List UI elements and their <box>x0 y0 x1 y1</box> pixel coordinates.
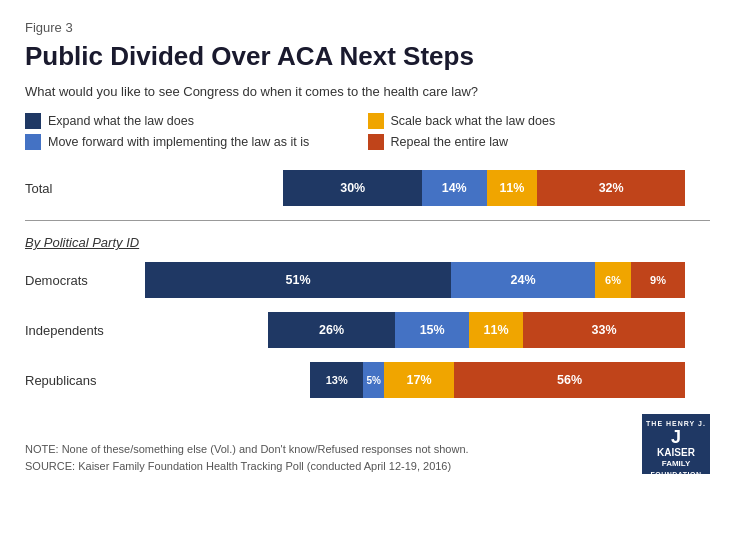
democrats-label: Democrats <box>25 273 145 288</box>
total-bar-scale-back: 11% <box>487 170 538 206</box>
legend-swatch-repeal <box>368 134 384 150</box>
total-label: Total <box>25 181 145 196</box>
logo-box: THE HENRY J. J KAISER FAMILY FOUNDATION <box>642 414 710 474</box>
legend-label-move-forward: Move forward with implementing the law a… <box>48 135 309 149</box>
democrats-row: Democrats 51% 24% 6% 9% <box>25 262 710 298</box>
legend-label-scale-back: Scale back what the law does <box>391 114 556 128</box>
footer-note: NOTE: None of these/something else (Vol.… <box>25 441 642 458</box>
independents-row: Independents 26% 15% 11% 33% <box>25 312 710 348</box>
footer-text: NOTE: None of these/something else (Vol.… <box>25 441 642 474</box>
logo-line2: KAISER <box>646 446 706 459</box>
chart-title: Public Divided Over ACA Next Steps <box>25 41 710 72</box>
total-row: Total 30% 14% 11% 32% <box>25 170 710 206</box>
logo-line3: FAMILY <box>646 459 706 469</box>
democrats-bar-move-forward: 24% <box>451 262 595 298</box>
legend: Expand what the law does Move forward wi… <box>25 113 710 150</box>
party-section-title: By Political Party ID <box>25 235 710 250</box>
republicans-bar-move-forward: 5% <box>363 362 384 398</box>
total-bar-repeal: 32% <box>537 170 685 206</box>
legend-swatch-scale-back <box>368 113 384 129</box>
democrats-bar-scale-back: 6% <box>595 262 631 298</box>
logo-j: J <box>646 428 706 446</box>
independents-bar-expand: 26% <box>268 312 396 348</box>
footer: NOTE: None of these/something else (Vol.… <box>25 414 710 474</box>
democrats-bar-expand: 51% <box>145 262 451 298</box>
legend-label-repeal: Repeal the entire law <box>391 135 508 149</box>
total-bar-move-forward: 14% <box>422 170 487 206</box>
legend-item-repeal: Repeal the entire law <box>368 134 711 150</box>
total-bar-expand: 30% <box>283 170 421 206</box>
democrats-bar-repeal: 9% <box>631 262 685 298</box>
total-bar-container: 30% 14% 11% 32% <box>145 170 685 206</box>
legend-swatch-expand <box>25 113 41 129</box>
republicans-bar-repeal: 56% <box>454 362 685 398</box>
logo-line4: FOUNDATION <box>646 470 706 479</box>
republicans-bar-expand: 13% <box>310 362 364 398</box>
independents-bar-move-forward: 15% <box>395 312 469 348</box>
republicans-label: Republicans <box>25 373 145 388</box>
independents-bar-repeal: 33% <box>523 312 685 348</box>
legend-item-scale-back: Scale back what the law does <box>368 113 711 129</box>
section-divider <box>25 220 710 221</box>
legend-swatch-move-forward <box>25 134 41 150</box>
democrats-bar-container: 51% 24% 6% 9% <box>145 262 685 298</box>
legend-item-move-forward: Move forward with implementing the law a… <box>25 134 368 150</box>
independents-label: Independents <box>25 323 145 338</box>
republicans-row: Republicans 13% 5% 17% 56% <box>25 362 710 398</box>
independents-bar-container: 26% 15% 11% 33% <box>145 312 685 348</box>
legend-label-expand: Expand what the law does <box>48 114 194 128</box>
footer-source: SOURCE: Kaiser Family Foundation Health … <box>25 458 642 475</box>
subtitle: What would you like to see Congress do w… <box>25 84 710 99</box>
republicans-bar-container: 13% 5% 17% 56% <box>145 362 685 398</box>
republicans-bar-scale-back: 17% <box>384 362 454 398</box>
independents-bar-scale-back: 11% <box>469 312 523 348</box>
legend-item-expand: Expand what the law does <box>25 113 368 129</box>
figure-label: Figure 3 <box>25 20 710 35</box>
